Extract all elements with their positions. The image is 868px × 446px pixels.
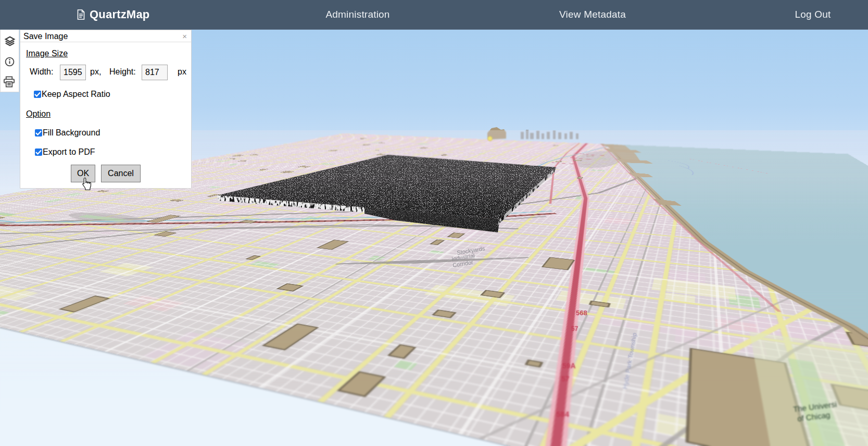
svg-text:57: 57 [571,325,578,332]
svg-text:568: 568 [576,309,587,317]
svg-text:57: 57 [561,375,570,383]
svg-text:59A: 59A [562,362,576,370]
svg-text:584: 584 [556,410,570,418]
svg-text:Hyde Park Township: Hyde Park Township [621,332,638,389]
